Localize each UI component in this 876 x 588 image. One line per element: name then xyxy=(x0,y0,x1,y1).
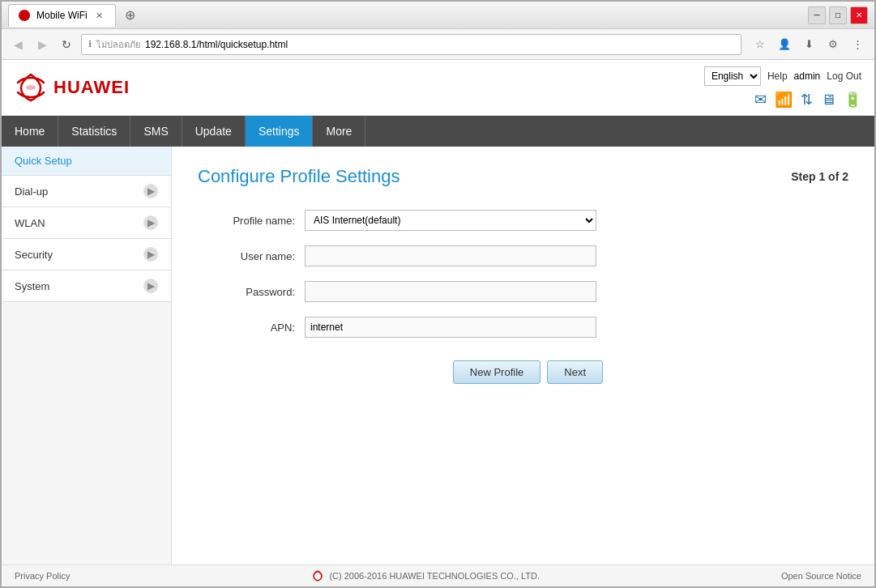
minimize-button[interactable]: ─ xyxy=(808,6,826,24)
copyright-text: (C) 2006-2016 HUAWEI TECHNOLOGIES CO., L… xyxy=(329,571,540,581)
new-profile-button[interactable]: New Profile xyxy=(453,360,541,384)
title-bar: Mobile WiFi ✕ ⊕ ─ □ ✕ xyxy=(2,2,874,29)
nav-item-settings[interactable]: Settings xyxy=(246,116,314,147)
profile-name-row: Profile name: AIS Internet(default) xyxy=(198,210,749,231)
tab-title: Mobile WiFi xyxy=(36,10,88,21)
header-top-right: English Help admin Log Out xyxy=(704,66,861,86)
bookmark-icon[interactable]: ☆ xyxy=(750,34,771,55)
address-input[interactable]: ℹ ไม่ปลอดภัย 192.168.8.1/html/quicksetup… xyxy=(81,34,741,55)
sidebar-item-system[interactable]: System ▶ xyxy=(2,271,171,302)
tab-favicon xyxy=(19,10,30,21)
lock-icon: ℹ xyxy=(88,39,92,49)
apn-label: APN: xyxy=(198,322,295,334)
password-label: Password: xyxy=(198,286,295,298)
content-title: Configure Profile Settings xyxy=(198,166,400,187)
battery-icon[interactable]: 🔋 xyxy=(844,91,861,109)
system-arrow-icon: ▶ xyxy=(143,279,158,293)
browser-tab[interactable]: Mobile WiFi ✕ xyxy=(8,4,116,27)
username-row: User name: xyxy=(198,245,749,266)
header-right: English Help admin Log Out ✉ 📶 ⇅ 🖥 🔋 xyxy=(704,66,861,109)
new-tab-button[interactable]: ⊕ xyxy=(121,6,140,25)
username-label: User name: xyxy=(198,250,295,262)
nav-item-more[interactable]: More xyxy=(313,116,365,147)
forward-button[interactable]: ▶ xyxy=(32,35,52,54)
logout-link[interactable]: Log Out xyxy=(827,70,861,82)
menu-icon[interactable]: ⋮ xyxy=(847,34,868,55)
footer-center: (C) 2006-2016 HUAWEI TECHNOLOGIES CO., L… xyxy=(311,570,540,582)
browser-window: Mobile WiFi ✕ ⊕ ─ □ ✕ ◀ ▶ ↻ ℹ ไม่ปลอดภัย… xyxy=(0,0,876,588)
maximize-button[interactable]: □ xyxy=(829,6,847,24)
logo-text: HUAWEI xyxy=(53,77,130,98)
message-icon[interactable]: ✉ xyxy=(754,91,767,109)
privacy-link[interactable]: Privacy Policy xyxy=(15,571,70,581)
sidebar-item-quick-setup[interactable]: Quick Setup xyxy=(2,147,171,176)
language-select[interactable]: English xyxy=(704,66,761,86)
transfer-icon[interactable]: ⇅ xyxy=(801,91,813,109)
apn-input[interactable] xyxy=(305,317,596,338)
profile-name-label: Profile name: xyxy=(198,215,295,227)
apn-row: APN: xyxy=(198,317,749,338)
main-content: Configure Profile Settings Step 1 of 2 P… xyxy=(172,147,874,565)
admin-label: admin xyxy=(794,70,821,82)
nav-item-statistics[interactable]: Statistics xyxy=(58,116,130,147)
svg-point-0 xyxy=(26,85,36,90)
username-input[interactable] xyxy=(305,245,596,266)
page-content: HUAWEI English Help admin Log Out ✉ 📶 ⇅ … xyxy=(2,60,874,586)
extensions-icon[interactable]: ⚙ xyxy=(823,34,844,55)
wlan-arrow-icon: ▶ xyxy=(143,215,158,230)
help-link[interactable]: Help xyxy=(767,70,788,82)
next-button[interactable]: Next xyxy=(547,360,603,384)
url-insecure-label: ไม่ปลอดภัย xyxy=(96,37,140,52)
user-icon[interactable]: 👤 xyxy=(774,34,795,55)
screen-icon[interactable]: 🖥 xyxy=(821,92,835,109)
sidebar-item-security[interactable]: Security ▶ xyxy=(2,239,171,271)
huawei-logo: HUAWEI xyxy=(15,73,130,102)
footer-logo-icon xyxy=(311,570,324,582)
profile-form: Profile name: AIS Internet(default) User… xyxy=(198,210,749,384)
button-row: New Profile Next xyxy=(198,360,603,384)
header-icons: ✉ 📶 ⇅ 🖥 🔋 xyxy=(754,91,861,109)
sidebar-item-wlan[interactable]: WLAN ▶ xyxy=(2,207,171,239)
address-actions: ☆ 👤 ⬇ ⚙ ⋮ xyxy=(750,34,868,55)
download-icon[interactable]: ⬇ xyxy=(798,34,819,55)
dialup-arrow-icon: ▶ xyxy=(143,184,158,198)
security-arrow-icon: ▶ xyxy=(143,247,158,262)
main-navigation: Home Statistics SMS Update Settings More xyxy=(2,116,874,147)
back-button[interactable]: ◀ xyxy=(8,35,28,54)
content-header: Configure Profile Settings Step 1 of 2 xyxy=(198,166,848,187)
window-controls: ─ □ ✕ xyxy=(808,6,868,24)
page-layout: Quick Setup Dial-up ▶ WLAN ▶ Security ▶ … xyxy=(2,147,874,565)
nav-item-update[interactable]: Update xyxy=(182,116,246,147)
password-row: Password: xyxy=(198,281,749,302)
site-footer: Privacy Policy (C) 2006-2016 HUAWEI TECH… xyxy=(2,565,874,586)
sidebar-item-dialup[interactable]: Dial-up ▶ xyxy=(2,176,171,207)
nav-item-home[interactable]: Home xyxy=(2,116,58,147)
url-text: 192.168.8.1/html/quicksetup.html xyxy=(145,39,288,50)
password-input[interactable] xyxy=(305,281,596,302)
profile-name-select[interactable]: AIS Internet(default) xyxy=(305,210,596,231)
signal-icon[interactable]: 📶 xyxy=(775,91,793,109)
sidebar: Quick Setup Dial-up ▶ WLAN ▶ Security ▶ … xyxy=(2,147,172,565)
nav-item-sms[interactable]: SMS xyxy=(130,116,182,147)
close-button[interactable]: ✕ xyxy=(850,6,868,24)
address-bar: ◀ ▶ ↻ ℹ ไม่ปลอดภัย 192.168.8.1/html/quic… xyxy=(2,29,874,60)
open-source-link[interactable]: Open Source Notice xyxy=(781,571,861,581)
huawei-logo-icon xyxy=(15,73,47,102)
reload-button[interactable]: ↻ xyxy=(57,35,76,54)
step-indicator: Step 1 of 2 xyxy=(791,170,848,183)
site-header: HUAWEI English Help admin Log Out ✉ 📶 ⇅ … xyxy=(2,60,874,116)
tab-close-button[interactable]: ✕ xyxy=(94,10,105,21)
